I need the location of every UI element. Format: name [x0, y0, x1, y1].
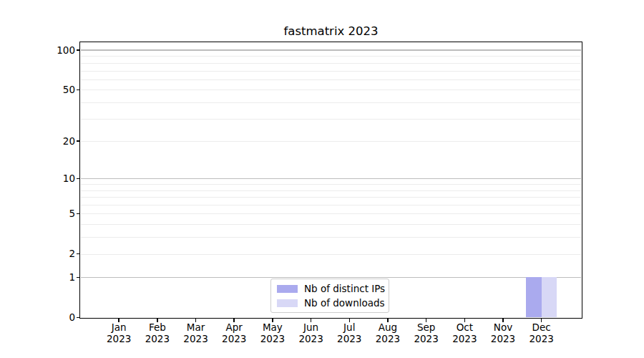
x-tick-label: Dec2023	[519, 322, 565, 344]
legend-label: Nb of downloads	[304, 297, 385, 309]
legend-item-downloads: Nb of downloads	[277, 297, 383, 309]
legend: Nb of distinct IPs Nb of downloads	[270, 279, 389, 313]
legend-label: Nb of distinct IPs	[304, 283, 385, 294]
downloads-swatch	[277, 299, 298, 307]
y-tick-mark	[77, 213, 80, 215]
y-tick-label: 100	[32, 44, 75, 57]
y-tick-label: 0	[32, 311, 75, 324]
y-tick-label: 50	[32, 84, 75, 96]
y-tick-label: 2	[32, 248, 75, 260]
figure: fastmatrix 2023 0125102050100Jan2023Feb2…	[0, 0, 644, 358]
y-tick-label: 1	[32, 271, 75, 284]
y-tick-mark	[77, 49, 80, 51]
distinct-ips-swatch	[277, 285, 298, 293]
y-tick-mark	[77, 253, 80, 255]
y-tick-mark	[77, 317, 80, 319]
y-tick-label: 10	[32, 173, 75, 185]
y-tick-label: 5	[32, 208, 75, 220]
plot-frame	[79, 42, 582, 319]
y-tick-mark	[77, 140, 80, 142]
y-tick-label: 20	[32, 135, 75, 147]
y-tick-mark	[77, 90, 80, 91]
y-tick-mark	[77, 178, 80, 180]
legend-item-distinct-ips: Nb of distinct IPs	[277, 283, 383, 294]
y-tick-mark	[77, 277, 80, 279]
